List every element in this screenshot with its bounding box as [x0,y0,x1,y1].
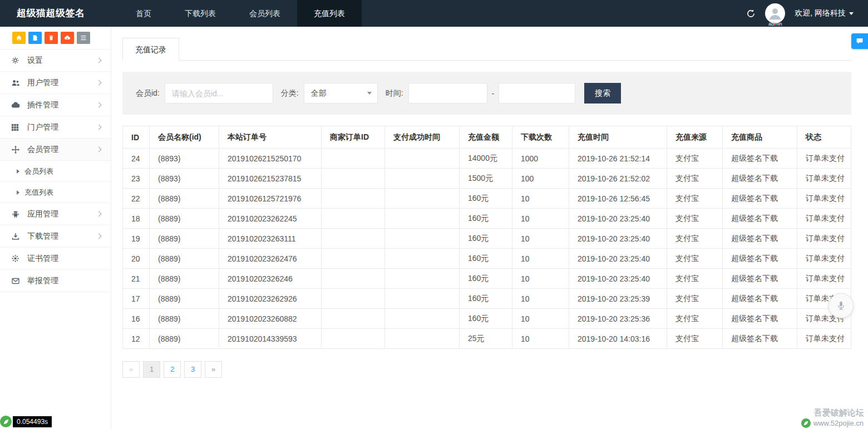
table-cell [322,209,385,229]
table-cell: 160元 [460,289,512,309]
sidebar-item-app-management[interactable]: 应用管理 [0,203,111,225]
table-cell: 21 [123,269,150,289]
main-content: 充值记录 会员id: 分类: 全部 时间: - 搜索 ID会员名称(id)本站订… [111,27,868,429]
android-icon [11,209,21,219]
table-cell: 20 [123,249,150,269]
table-cell: (8889) [150,289,219,309]
move-icon [11,145,21,154]
category-select[interactable]: 全部 [304,83,378,103]
mail-icon [11,276,21,285]
table-cell: 支付宝 [667,189,723,209]
table-cell: 10 [512,189,569,209]
sidebar: 设置用户管理插件管理门户管理会员管理会员列表充值列表应用管理下载管理证书管理举报… [0,27,111,429]
table-cell [322,149,385,169]
sidebar-item-label: 门户管理 [27,122,58,132]
chevron-right-icon [96,125,102,130]
avatar[interactable]: admin [765,0,786,27]
search-button[interactable]: 搜索 [584,83,621,103]
tab-recharge-records[interactable]: 充值记录 [122,38,179,61]
perf-time-badge: 0.054493s [13,416,52,427]
chevron-down-icon [849,12,854,15]
column-header: 充值金额 [460,126,512,149]
table-cell: 订单未支付 [797,269,851,289]
table-cell [385,189,460,209]
navbar-item-home[interactable]: 首页 [119,0,168,27]
table-cell: 订单未支付 [797,189,851,209]
list-icon[interactable] [77,32,90,44]
sidebar-item-member-management[interactable]: 会员管理 [0,139,111,161]
navbar-item-download-list[interactable]: 下载列表 [168,0,233,27]
person-icon [765,3,785,23]
user-menu[interactable]: 欢迎, 网络科技 [795,8,854,18]
chevron-right-icon [96,234,102,239]
table-cell [385,269,460,289]
sidebar-item-certificate-management[interactable]: 证书管理 [0,248,111,270]
sidebar-subitem-recharge-list[interactable]: 充值列表 [0,182,111,203]
column-header: 下载次数 [512,126,569,149]
sidebar-item-portal-management[interactable]: 门户管理 [0,116,111,139]
triangle-bullet-icon [17,190,19,195]
chevron-right-icon [96,58,102,63]
table-cell: 25元 [460,329,512,349]
table-cell: 23 [123,169,150,189]
sidebar-item-plugin-management[interactable]: 插件管理 [0,94,111,116]
table-cell: 24 [123,149,150,169]
sidebar-item-label: 会员管理 [27,145,58,155]
table-cell: 2019-10-26 21:52:02 [569,169,667,189]
time-end-input[interactable] [499,83,575,103]
table-cell: 支付宝 [667,289,723,309]
page-button-next[interactable]: » [205,361,222,378]
table-cell: 10 [512,289,569,309]
navbar-item-member-list[interactable]: 会员列表 [233,0,297,27]
cert-icon [11,254,21,263]
quick-icons [0,27,111,50]
table-cell: (8893) [150,169,219,189]
sidebar-item-label: 证书管理 [27,254,58,264]
page-button-3[interactable]: 3 [184,361,201,378]
sidebar-item-settings[interactable]: 设置 [0,50,111,72]
avatar-label: admin [765,21,786,27]
navbar-right: admin 欢迎, 网络科技 [746,0,868,27]
chat-service-icon[interactable] [851,33,868,49]
table-row: 12(8889)201910201433959325元102019-10-20 … [123,329,851,349]
time-start-input[interactable] [408,83,487,103]
navbar-item-recharge-list[interactable]: 充值列表 [297,0,362,27]
table-cell: 2019102023263111 [219,229,322,249]
refresh-icon[interactable] [746,9,756,18]
sidebar-item-download-management[interactable]: 下载管理 [0,225,111,248]
page-button-prev[interactable]: « [122,361,140,378]
table-cell: 2019102023262476 [219,249,322,269]
table-cell: 超级签名下载 [723,309,797,329]
column-header: 充值来源 [667,126,723,149]
table-cell: 10 [512,269,569,289]
records-table: ID会员名称(id)本站订单号商家订单ID支付成功时间充值金额下载次数充值时间充… [122,126,851,349]
table-cell: 超级签名下载 [723,149,797,169]
sidebar-item-report-management[interactable]: 举报管理 [0,270,111,292]
table-cell: 支付宝 [667,249,723,269]
leaf-icon [0,416,12,427]
sidebar-item-user-management[interactable]: 用户管理 [0,72,111,94]
table-cell: 10 [512,249,569,269]
sidebar-item-label: 用户管理 [27,78,58,88]
table-cell [385,289,460,309]
table-cell: (8889) [150,249,219,269]
sidebar-subitem-member-list[interactable]: 会员列表 [0,161,111,182]
table-cell: 19 [123,229,150,249]
top-navbar: 超级猫超级签名 首页下载列表会员列表充值列表 admin 欢迎, 网络科技 [0,0,868,27]
page-button-2[interactable]: 2 [164,361,181,378]
sidebar-item-label: 应用管理 [27,209,58,219]
cloud-upload-icon[interactable] [61,32,74,44]
table-cell: 订单未支付 [797,149,851,169]
trash-icon[interactable] [45,32,58,44]
page-button-1[interactable]: 1 [143,361,160,378]
home-icon[interactable] [12,32,26,44]
member-id-input[interactable] [165,83,273,103]
microphone-button[interactable] [828,293,854,318]
member-id-label: 会员id: [136,88,160,98]
table-cell [322,229,385,249]
table-cell: (8889) [150,189,219,209]
file-icon[interactable] [28,32,42,44]
gear-icon [11,56,21,65]
table-cell: 12 [123,329,150,349]
column-header: 支付成功时间 [385,126,460,149]
